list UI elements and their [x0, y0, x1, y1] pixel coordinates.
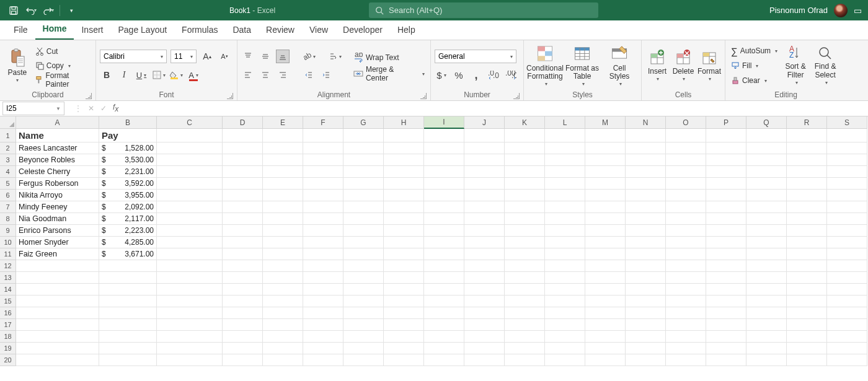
cell[interactable] — [424, 237, 464, 248]
cell[interactable] — [263, 154, 303, 166]
cell[interactable] — [626, 190, 666, 201]
cell[interactable] — [384, 190, 424, 201]
cell-pay[interactable]: $1,528.00 — [99, 142, 157, 154]
cell[interactable] — [585, 296, 626, 307]
percent-format-button[interactable]: % — [452, 68, 466, 82]
cell[interactable] — [223, 343, 263, 354]
row-header[interactable]: 1 — [0, 129, 16, 142]
cell[interactable] — [787, 343, 827, 354]
col-header-S[interactable]: S — [827, 116, 867, 129]
cell[interactable]: Name — [16, 129, 99, 142]
cell[interactable] — [303, 284, 343, 296]
cell[interactable] — [157, 331, 223, 343]
tab-page-layout[interactable]: Page Layout — [110, 20, 174, 40]
orientation-button[interactable]: ab — [302, 50, 316, 63]
cell[interactable] — [666, 166, 706, 178]
cell[interactable] — [464, 248, 505, 260]
cell[interactable] — [464, 319, 505, 331]
cell[interactable] — [384, 154, 424, 166]
paste-button[interactable]: Paste ▾ — [4, 44, 31, 87]
cell-name[interactable]: Homer Snyder — [16, 237, 99, 248]
cell[interactable]: Pay — [99, 129, 157, 142]
cell[interactable] — [706, 166, 746, 178]
tab-developer[interactable]: Developer — [335, 20, 390, 40]
cell[interactable] — [585, 129, 626, 142]
font-name-select[interactable]: Calibri▾ — [100, 50, 167, 63]
cell-pay[interactable]: $3,955.00 — [99, 190, 157, 201]
cancel-icon[interactable]: ✕ — [88, 104, 94, 113]
cell[interactable] — [157, 284, 223, 296]
cell[interactable] — [424, 354, 464, 366]
cell[interactable] — [16, 296, 99, 307]
cell[interactable] — [545, 343, 585, 354]
cell[interactable] — [263, 129, 303, 142]
cell[interactable] — [424, 284, 464, 296]
copy-button[interactable]: Copy — [33, 59, 92, 72]
cell-pay[interactable]: $2,092.00 — [99, 201, 157, 213]
cell[interactable] — [223, 307, 263, 319]
cell[interactable] — [787, 272, 827, 284]
font-color-button[interactable]: A — [187, 68, 200, 82]
row-header[interactable]: 12 — [0, 260, 16, 272]
cell[interactable] — [343, 213, 384, 225]
cell[interactable] — [585, 154, 626, 166]
cell[interactable] — [746, 129, 787, 142]
cell[interactable] — [303, 213, 343, 225]
cell[interactable] — [99, 319, 157, 331]
cell[interactable] — [746, 201, 787, 213]
cell[interactable] — [343, 237, 384, 248]
cell[interactable] — [746, 178, 787, 190]
cell[interactable] — [99, 272, 157, 284]
cell[interactable] — [263, 201, 303, 213]
cell[interactable] — [706, 213, 746, 225]
row-header[interactable]: 15 — [0, 296, 16, 307]
col-header-J[interactable]: J — [464, 116, 505, 129]
cell[interactable] — [545, 178, 585, 190]
wrap-text-button[interactable]: abWrap Text — [352, 51, 427, 64]
cell[interactable] — [157, 129, 223, 142]
cell[interactable] — [223, 142, 263, 154]
cell[interactable] — [424, 248, 464, 260]
cell[interactable] — [384, 129, 424, 142]
cell[interactable] — [464, 201, 505, 213]
cell[interactable] — [585, 178, 626, 190]
cell[interactable] — [746, 142, 787, 154]
cell-name[interactable]: Faiz Green — [16, 248, 99, 260]
dialog-launcher-icon[interactable] — [86, 93, 92, 99]
cell[interactable] — [626, 142, 666, 154]
cell[interactable] — [223, 237, 263, 248]
cell[interactable] — [303, 142, 343, 154]
cell[interactable] — [424, 343, 464, 354]
row-header[interactable]: 19 — [0, 343, 16, 354]
row-header[interactable]: 20 — [0, 354, 16, 366]
col-header-P[interactable]: P — [706, 116, 746, 129]
row-header[interactable]: 9 — [0, 225, 16, 237]
cell[interactable] — [99, 331, 157, 343]
cell[interactable] — [303, 225, 343, 237]
col-header-G[interactable]: G — [343, 116, 384, 129]
cell[interactable] — [626, 201, 666, 213]
cell[interactable] — [626, 178, 666, 190]
cell[interactable] — [223, 331, 263, 343]
align-right-icon[interactable] — [276, 68, 290, 82]
cell[interactable] — [666, 190, 706, 201]
cell[interactable] — [827, 166, 867, 178]
cell[interactable] — [343, 166, 384, 178]
cell[interactable] — [384, 331, 424, 343]
cell[interactable] — [666, 307, 706, 319]
cell[interactable] — [787, 178, 827, 190]
cell[interactable] — [157, 307, 223, 319]
cell[interactable] — [223, 272, 263, 284]
cell[interactable] — [827, 307, 867, 319]
tab-formulas[interactable]: Formulas — [174, 20, 225, 40]
cell-name[interactable]: Nikita Arroyo — [16, 190, 99, 201]
increase-indent-icon[interactable] — [319, 68, 333, 82]
cell[interactable] — [827, 284, 867, 296]
cell-pay[interactable]: $2,117.00 — [99, 213, 157, 225]
merge-center-button[interactable]: Merge & Center — [352, 67, 427, 81]
col-header-C[interactable]: C — [157, 116, 223, 129]
cell[interactable] — [505, 142, 545, 154]
cell-pay[interactable]: $2,223.00 — [99, 225, 157, 237]
cell[interactable] — [706, 178, 746, 190]
cell[interactable] — [16, 343, 99, 354]
